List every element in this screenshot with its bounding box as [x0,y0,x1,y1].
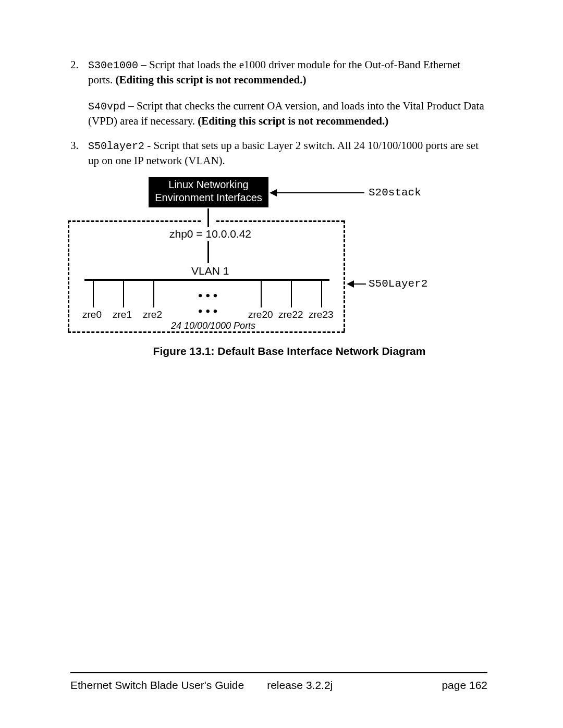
diagram-title-line1: Linux Networking [149,178,268,191]
list-item-3: 3. S50layer2 - Script that sets up a bas… [70,138,487,168]
port-label: zre0 [82,309,102,320]
list-marker: 3. [70,138,88,168]
list-item-2: 2. S30e1000 – Script that loads the e100… [70,57,487,129]
footer-release: release 3.2.2j [267,679,333,692]
connector-line [207,208,209,227]
label-s20stack: S20stack [369,187,421,199]
port-line [93,279,94,307]
arrow-s20-line [276,192,364,193]
dashed-bottom [68,331,345,333]
list-marker: 2. [70,57,88,129]
list-body: S50layer2 - Script that sets up a basic … [88,138,487,168]
port-label: zre22 [278,309,303,320]
dashed-top [216,220,344,222]
connector-line [207,241,209,263]
port-line [153,279,154,307]
footer-spacer [333,679,442,692]
network-diagram: Linux Networking Environment Interfaces … [68,177,485,344]
dashed-top [68,220,201,222]
paragraph-s40vpd: S40vpd – Script that checks the current … [88,98,487,128]
port-line [123,279,124,307]
text-sep: – [138,58,149,71]
dashed-left [68,220,69,331]
dashed-right [344,220,345,331]
diagram-title-line2: Environment Interfaces [149,191,268,204]
port-label: zre2 [143,309,162,320]
ellipsis-icon: ••• [198,289,221,303]
page: 2. S30e1000 – Script that loads the e100… [0,0,563,728]
figure-caption: Figure 13.1: Default Base Interface Netw… [91,345,487,357]
bus-line [84,279,329,281]
bold-warning: (Editing this script is not recommended.… [198,115,388,127]
label-s50layer2: S50Layer2 [369,278,427,290]
port-line [321,279,322,307]
code-s50layer2: S50layer2 [88,140,144,152]
port-label: zre1 [113,309,132,320]
ellipsis-icon: ••• [198,304,221,318]
footer-page-number: page 162 [442,679,487,692]
ports-note: 24 10/00/1000 Ports [171,320,255,331]
port-line [291,279,292,307]
page-footer: Ethernet Switch Blade User's Guide relea… [70,679,487,692]
text-sep: - [144,139,154,152]
text-sep: – [126,100,137,112]
arrow-s50-line [353,283,366,285]
label-vlan1: VLAN 1 [191,265,229,277]
list-body: S30e1000 – Script that loads the e1000 d… [88,57,487,129]
footer-separator [70,672,487,673]
footer-title: Ethernet Switch Blade User's Guide [70,679,244,692]
port-label: zre20 [248,309,273,320]
code-s40vpd: S40vpd [88,101,126,113]
bold-warning: (Editing this script is not recommended.… [116,73,307,86]
port-line [261,279,262,307]
label-zhp0: zhp0 = 10.0.0.42 [169,228,251,240]
port-label: zre23 [309,309,334,320]
code-s30e1000: S30e1000 [88,59,138,71]
diagram-title-box: Linux Networking Environment Interfaces [149,177,268,207]
